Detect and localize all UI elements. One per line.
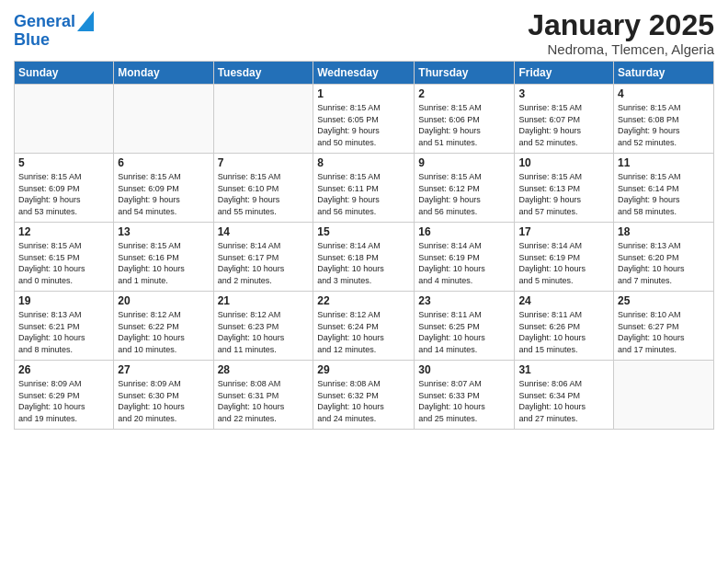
day-info: Sunrise: 8:15 AMSunset: 6:12 PMDaylight:… [418, 171, 510, 217]
day-info: Sunrise: 8:15 AMSunset: 6:13 PMDaylight:… [518, 171, 609, 217]
calendar-cell: 4Sunrise: 8:15 AMSunset: 6:08 PMDaylight… [614, 85, 714, 154]
calendar-cell: 16Sunrise: 8:14 AMSunset: 6:19 PMDayligh… [415, 223, 515, 292]
week-row-4: 19Sunrise: 8:13 AMSunset: 6:21 PMDayligh… [15, 292, 714, 361]
calendar-table: SundayMondayTuesdayWednesdayThursdayFrid… [14, 61, 714, 430]
day-number: 27 [118, 363, 209, 376]
day-info: Sunrise: 8:15 AMSunset: 6:16 PMDaylight:… [118, 240, 209, 286]
day-info: Sunrise: 8:14 AMSunset: 6:19 PMDaylight:… [418, 240, 510, 286]
day-info: Sunrise: 8:15 AMSunset: 6:15 PMDaylight:… [18, 240, 109, 286]
day-number: 14 [218, 225, 310, 238]
calendar-cell [114, 85, 213, 154]
calendar-cell: 11Sunrise: 8:15 AMSunset: 6:14 PMDayligh… [614, 154, 714, 223]
calendar-cell [614, 361, 714, 430]
logo: General Blue [14, 13, 94, 50]
calendar-cell: 10Sunrise: 8:15 AMSunset: 6:13 PMDayligh… [515, 154, 614, 223]
day-info: Sunrise: 8:15 AMSunset: 6:09 PMDaylight:… [118, 171, 209, 217]
day-number: 7 [218, 156, 310, 169]
logo-text-blue: Blue [14, 31, 50, 50]
calendar-cell: 5Sunrise: 8:15 AMSunset: 6:09 PMDaylight… [15, 154, 114, 223]
weekday-header-row: SundayMondayTuesdayWednesdayThursdayFrid… [15, 62, 714, 85]
calendar-cell: 25Sunrise: 8:10 AMSunset: 6:27 PMDayligh… [614, 292, 714, 361]
day-info: Sunrise: 8:12 AMSunset: 6:23 PMDaylight:… [218, 309, 310, 355]
calendar-cell: 26Sunrise: 8:09 AMSunset: 6:29 PMDayligh… [15, 361, 114, 430]
day-info: Sunrise: 8:06 AMSunset: 6:34 PMDaylight:… [518, 378, 609, 424]
day-info: Sunrise: 8:13 AMSunset: 6:20 PMDaylight:… [618, 240, 710, 286]
day-info: Sunrise: 8:13 AMSunset: 6:21 PMDaylight:… [18, 309, 109, 355]
calendar-cell: 22Sunrise: 8:12 AMSunset: 6:24 PMDayligh… [313, 292, 415, 361]
location-title: Nedroma, Tlemcen, Algeria [528, 41, 714, 57]
day-number: 13 [118, 225, 209, 238]
calendar-cell: 14Sunrise: 8:14 AMSunset: 6:17 PMDayligh… [213, 223, 313, 292]
day-info: Sunrise: 8:15 AMSunset: 6:10 PMDaylight:… [218, 171, 310, 217]
day-info: Sunrise: 8:08 AMSunset: 6:31 PMDaylight:… [218, 378, 310, 424]
day-number: 2 [418, 87, 510, 100]
day-number: 9 [418, 156, 510, 169]
header: General Blue January 2025 Nedroma, Tlemc… [14, 9, 714, 57]
logo-bird-icon [77, 11, 94, 31]
day-number: 8 [317, 156, 410, 169]
calendar-cell: 23Sunrise: 8:11 AMSunset: 6:25 PMDayligh… [415, 292, 515, 361]
calendar-cell: 9Sunrise: 8:15 AMSunset: 6:12 PMDaylight… [415, 154, 515, 223]
calendar-cell: 15Sunrise: 8:14 AMSunset: 6:18 PMDayligh… [313, 223, 415, 292]
calendar-cell: 8Sunrise: 8:15 AMSunset: 6:11 PMDaylight… [313, 154, 415, 223]
day-info: Sunrise: 8:14 AMSunset: 6:17 PMDaylight:… [218, 240, 310, 286]
day-info: Sunrise: 8:15 AMSunset: 6:08 PMDaylight:… [618, 102, 710, 148]
day-number: 11 [618, 156, 710, 169]
day-number: 25 [618, 294, 710, 307]
day-info: Sunrise: 8:15 AMSunset: 6:05 PMDaylight:… [317, 102, 410, 148]
logo-text-general: General [14, 13, 75, 31]
day-number: 16 [418, 225, 510, 238]
day-number: 17 [518, 225, 609, 238]
weekday-header-tuesday: Tuesday [213, 62, 313, 85]
day-info: Sunrise: 8:07 AMSunset: 6:33 PMDaylight:… [418, 378, 510, 424]
day-number: 30 [418, 363, 510, 376]
day-number: 28 [218, 363, 310, 376]
day-number: 18 [618, 225, 710, 238]
calendar-cell [15, 85, 114, 154]
day-info: Sunrise: 8:11 AMSunset: 6:26 PMDaylight:… [518, 309, 609, 355]
week-row-3: 12Sunrise: 8:15 AMSunset: 6:15 PMDayligh… [15, 223, 714, 292]
calendar-cell: 6Sunrise: 8:15 AMSunset: 6:09 PMDaylight… [114, 154, 213, 223]
calendar-cell: 19Sunrise: 8:13 AMSunset: 6:21 PMDayligh… [15, 292, 114, 361]
calendar-cell: 21Sunrise: 8:12 AMSunset: 6:23 PMDayligh… [213, 292, 313, 361]
day-number: 10 [518, 156, 609, 169]
day-number: 4 [618, 87, 710, 100]
day-number: 1 [317, 87, 410, 100]
day-number: 20 [118, 294, 209, 307]
day-info: Sunrise: 8:15 AMSunset: 6:06 PMDaylight:… [418, 102, 510, 148]
day-number: 15 [317, 225, 410, 238]
calendar-cell: 2Sunrise: 8:15 AMSunset: 6:06 PMDaylight… [415, 85, 515, 154]
day-info: Sunrise: 8:08 AMSunset: 6:32 PMDaylight:… [317, 378, 410, 424]
day-info: Sunrise: 8:09 AMSunset: 6:29 PMDaylight:… [18, 378, 109, 424]
calendar-cell: 17Sunrise: 8:14 AMSunset: 6:19 PMDayligh… [515, 223, 614, 292]
day-number: 12 [18, 225, 109, 238]
calendar-cell: 13Sunrise: 8:15 AMSunset: 6:16 PMDayligh… [114, 223, 213, 292]
day-info: Sunrise: 8:12 AMSunset: 6:22 PMDaylight:… [118, 309, 209, 355]
day-number: 26 [18, 363, 109, 376]
day-number: 6 [118, 156, 209, 169]
day-info: Sunrise: 8:15 AMSunset: 6:14 PMDaylight:… [618, 171, 710, 217]
day-info: Sunrise: 8:11 AMSunset: 6:25 PMDaylight:… [418, 309, 510, 355]
title-block: January 2025 Nedroma, Tlemcen, Algeria [528, 9, 714, 57]
day-info: Sunrise: 8:09 AMSunset: 6:30 PMDaylight:… [118, 378, 209, 424]
day-number: 31 [518, 363, 609, 376]
weekday-header-sunday: Sunday [15, 62, 114, 85]
calendar-cell: 28Sunrise: 8:08 AMSunset: 6:31 PMDayligh… [213, 361, 313, 430]
day-info: Sunrise: 8:15 AMSunset: 6:07 PMDaylight:… [518, 102, 609, 148]
month-title: January 2025 [528, 9, 714, 41]
day-number: 19 [18, 294, 109, 307]
day-info: Sunrise: 8:14 AMSunset: 6:19 PMDaylight:… [518, 240, 609, 286]
week-row-2: 5Sunrise: 8:15 AMSunset: 6:09 PMDaylight… [15, 154, 714, 223]
svg-marker-0 [77, 11, 94, 31]
day-number: 5 [18, 156, 109, 169]
weekday-header-wednesday: Wednesday [313, 62, 415, 85]
calendar-cell: 31Sunrise: 8:06 AMSunset: 6:34 PMDayligh… [515, 361, 614, 430]
day-number: 29 [317, 363, 410, 376]
calendar-cell: 3Sunrise: 8:15 AMSunset: 6:07 PMDaylight… [515, 85, 614, 154]
calendar-cell: 30Sunrise: 8:07 AMSunset: 6:33 PMDayligh… [415, 361, 515, 430]
day-number: 3 [518, 87, 609, 100]
day-number: 24 [518, 294, 609, 307]
weekday-header-monday: Monday [114, 62, 213, 85]
weekday-header-friday: Friday [515, 62, 614, 85]
weekday-header-saturday: Saturday [614, 62, 714, 85]
